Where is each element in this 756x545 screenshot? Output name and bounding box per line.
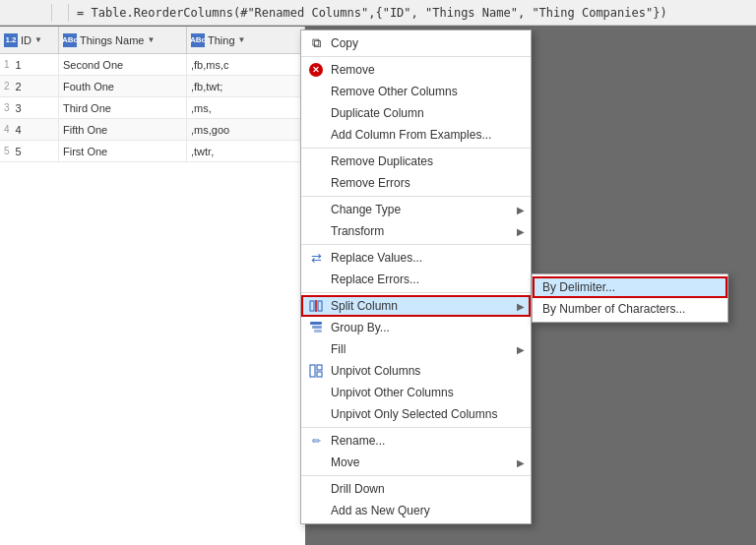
id-col-label: ID [21,34,32,46]
menu-item-label: Change Type [331,203,401,216]
name-sort-icon: ▼ [147,35,155,44]
submenu-item-by-delimiter[interactable]: By Delimiter... [533,276,727,298]
svg-rect-8 [317,372,322,377]
column-header-things-name[interactable]: ABc Things Name ▼ [59,27,187,53]
menu-item-unpivot-cols[interactable]: Unpivot Columns [301,360,531,382]
menu-item-rename[interactable]: ✏Rename... [301,430,531,452]
cell-name: Second One [59,54,187,75]
menu-item-label: Replace Errors... [331,272,419,286]
cell-id: 1 1 [0,54,59,75]
split-icon [307,297,325,315]
cell-thing: ,ms,goo [187,119,305,140]
column-header-id[interactable]: 1.2 ID ▼ [0,27,59,53]
id-sort-icon: ▼ [34,35,42,44]
split-column-submenu: By Delimiter...By Number of Characters..… [532,273,728,323]
cell-id: 4 4 [0,119,59,140]
check-button[interactable] [28,3,47,23]
menu-item-remove-other[interactable]: Remove Other Columns [301,81,531,102]
menu-item-remove[interactable]: ✕Remove [301,59,531,81]
menu-item-replace-errors[interactable]: Replace Errors... [301,269,531,290]
table-body: 1 1 Second One ,fb,ms,c 2 2 Fouth One ,f… [0,54,305,162]
menu-item-label: Add Column From Examples... [331,128,491,142]
menu-item-add-from-examples[interactable]: Add Column From Examples... [301,124,531,146]
svg-rect-1 [318,301,322,311]
cell-name: First One [59,141,187,161]
formula-input[interactable] [73,6,752,20]
context-menu: ⧉Copy✕RemoveRemove Other ColumnsDuplicat… [300,30,532,524]
table-row[interactable]: 1 1 Second One ,fb,ms,c [0,54,305,76]
menu-item-label: Remove [331,63,375,77]
menu-item-unpivot-selected[interactable]: Unpivot Only Selected Columns [301,403,531,425]
remove-icon: ✕ [307,61,325,79]
menu-item-split-column[interactable]: Split Column▶ [301,295,531,317]
svg-rect-4 [312,326,322,329]
menu-item-unpivot-other[interactable]: Unpivot Other Columns [301,382,531,403]
copy-icon: ⧉ [307,34,325,52]
menu-item-add-new-query[interactable]: Add as New Query [301,500,531,521]
svg-rect-6 [310,365,315,377]
svg-rect-7 [317,365,322,370]
cell-thing: ,fb,ms,c [187,54,305,75]
menu-item-duplicate[interactable]: Duplicate Column [301,102,531,124]
cell-name: Fifth One [59,119,187,140]
menu-item-label: Replace Values... [331,251,422,265]
menu-item-label: Split Column [331,299,398,313]
svg-rect-5 [314,330,322,333]
menu-item-label: Unpivot Other Columns [331,386,454,399]
submenu-arrow: ▶ [517,457,525,468]
name-type-icon: ABc [63,33,77,47]
menu-item-copy[interactable]: ⧉Copy [301,32,531,54]
cell-id: 3 3 [0,97,59,118]
menu-item-label: Move [331,455,359,469]
thing-type-icon: ABc [191,33,205,47]
menu-item-label: Remove Other Columns [331,85,458,98]
menu-item-transform[interactable]: Transform▶ [301,220,531,242]
menu-item-move[interactable]: Move▶ [301,452,531,473]
column-header-thing[interactable]: ABc Thing ▼ [187,27,305,53]
menu-separator [301,148,531,149]
menu-item-label: Add as New Query [331,504,430,517]
close-button[interactable] [4,3,24,23]
replace-icon: ⇄ [307,249,325,267]
submenu-item-label: By Number of Characters... [542,302,685,316]
thing-col-label: Thing [208,34,235,46]
submenu-arrow: ▶ [517,205,525,215]
menu-item-label: Unpivot Only Selected Columns [331,407,497,421]
menu-separator [301,56,531,57]
cell-name: Third One [59,97,187,118]
rename-icon: ✏ [307,432,325,450]
table-row[interactable]: 2 2 Fouth One ,fb,twt; [0,76,305,97]
table-header: 1.2 ID ▼ ABc Things Name ▼ ABc Thing ▼ [0,27,305,54]
name-col-label: Things Name [80,34,144,46]
menu-item-label: Duplicate Column [331,106,424,120]
cell-id: 5 5 [0,141,59,161]
svg-rect-3 [310,322,322,325]
table-row[interactable]: 5 5 First One ,twtr, [0,141,305,162]
thing-sort-icon: ▼ [238,35,246,44]
separator [51,4,52,22]
menu-separator [301,427,531,428]
menu-item-label: Drill Down [331,482,385,496]
table-row[interactable]: 4 4 Fifth One ,ms,goo [0,119,305,141]
separator2 [68,4,69,22]
menu-item-label: Remove Duplicates [331,154,433,168]
menu-item-change-type[interactable]: Change Type▶ [301,199,531,220]
svg-rect-0 [310,301,314,311]
table-row[interactable]: 3 3 Third One ,ms, [0,97,305,119]
submenu-item-by-number[interactable]: By Number of Characters... [533,298,727,320]
cell-thing: ,ms, [187,97,305,118]
menu-item-group-by[interactable]: Group By... [301,317,531,338]
menu-item-replace-values[interactable]: ⇄Replace Values... [301,247,531,269]
formula-bar [0,0,756,26]
menu-item-label: Rename... [331,434,385,448]
menu-item-remove-errors[interactable]: Remove Errors [301,172,531,194]
menu-item-drill-down[interactable]: Drill Down [301,478,531,500]
menu-item-fill[interactable]: Fill▶ [301,338,531,360]
cell-name: Fouth One [59,76,187,96]
menu-separator [301,292,531,293]
menu-item-label: Fill [331,342,346,356]
menu-item-remove-dupes[interactable]: Remove Duplicates [301,151,531,172]
submenu-item-label: By Delimiter... [542,280,615,294]
unpivot-icon [307,362,325,380]
menu-item-label: Group By... [331,321,390,334]
